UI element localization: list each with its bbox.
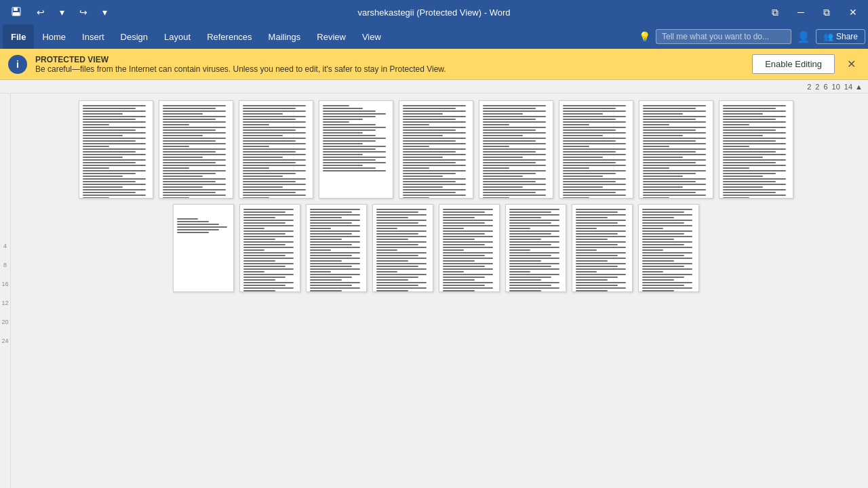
page-thumb-1[interactable] <box>79 100 153 199</box>
protected-view-title: PROTECTED VIEW <box>35 55 744 64</box>
search-input[interactable] <box>656 29 791 44</box>
svg-rect-2 <box>13 12 20 16</box>
share-label: Share <box>836 32 858 41</box>
ruler-numbers: 2 2 6 10 14 ▲ <box>806 83 863 91</box>
side-ruler-4: 4 <box>3 243 7 249</box>
ribbon-display-button[interactable]: ⧉ <box>766 5 784 20</box>
protected-view-text: PROTECTED VIEW Be careful—files from the… <box>35 55 744 74</box>
page-row-2 <box>173 204 699 292</box>
protected-view-banner: i PROTECTED VIEW Be careful—files from t… <box>0 49 868 80</box>
page-thumb-8[interactable] <box>639 100 713 199</box>
page-thumb-10[interactable] <box>173 204 234 292</box>
undo-button[interactable]: ↩ <box>31 5 50 19</box>
protected-view-message: Be careful—files from the Internet can c… <box>35 64 744 74</box>
title-bar-left: ↩ ▾ ↪ ▾ <box>5 5 113 20</box>
menu-item-mailings[interactable]: Mailings <box>260 24 309 49</box>
ruler-num-4: 10 <box>831 83 842 91</box>
ruler: 2 2 6 10 14 ▲ <box>0 80 868 94</box>
page-thumb-7[interactable] <box>559 100 633 199</box>
content-area: 4 8 16 12 20 24 <box>0 94 868 488</box>
menu-item-insert[interactable]: Insert <box>74 24 113 49</box>
user-icon: 👤 <box>797 30 810 43</box>
ruler-up-button[interactable]: ▲ <box>855 83 863 91</box>
undo-dropdown-button[interactable]: ▾ <box>54 5 70 19</box>
side-ruler: 4 8 16 12 20 24 <box>0 94 11 488</box>
menu-item-home[interactable]: Home <box>34 24 74 49</box>
restore-button[interactable]: ⧉ <box>818 5 835 20</box>
page-thumb-4[interactable] <box>319 100 393 199</box>
document-title: varshekastegii (Protected View) - Word <box>358 7 511 18</box>
page-thumb-11[interactable] <box>239 204 300 292</box>
svg-rect-1 <box>14 7 18 11</box>
page-thumb-17[interactable] <box>638 204 699 292</box>
page-thumb-5[interactable] <box>399 100 473 199</box>
close-button[interactable]: ✕ <box>844 5 863 19</box>
redo-button[interactable]: ↪ <box>74 5 93 19</box>
page-thumb-16[interactable] <box>572 204 633 292</box>
menu-item-view[interactable]: View <box>354 24 389 49</box>
menu-right: 💡 👤 👥 Share <box>639 24 865 49</box>
page-thumb-15[interactable] <box>505 204 566 292</box>
ruler-num-2: 2 <box>814 83 821 91</box>
save-icon <box>11 6 22 17</box>
ruler-num-5: 14 <box>843 83 854 91</box>
share-icon: 👥 <box>823 32 833 41</box>
minimize-button[interactable]: ─ <box>792 5 810 19</box>
title-bar: ↩ ▾ ↪ ▾ varshekastegii (Protected View) … <box>0 0 868 24</box>
protected-view-icon: i <box>8 55 27 74</box>
menu-item-review[interactable]: Review <box>309 24 354 49</box>
page-thumb-6[interactable] <box>479 100 553 199</box>
page-thumb-9[interactable] <box>719 100 793 199</box>
side-ruler-16: 16 <box>1 281 8 287</box>
ruler-num-1: 2 <box>806 83 812 91</box>
page-thumb-2[interactable] <box>159 100 233 199</box>
page-thumb-13[interactable] <box>372 204 433 292</box>
menu-item-references[interactable]: References <box>199 24 260 49</box>
menu-item-design[interactable]: Design <box>113 24 156 49</box>
window-controls: ⧉ ─ ⧉ ✕ <box>766 5 863 20</box>
menu-bar: File Home Insert Design Layout Reference… <box>0 24 868 49</box>
page-thumb-14[interactable] <box>439 204 500 292</box>
side-ruler-8: 8 <box>3 262 7 268</box>
page-thumb-3[interactable] <box>239 100 313 199</box>
customize-qat-button[interactable]: ▾ <box>97 5 113 19</box>
side-ruler-12: 12 <box>1 300 8 306</box>
ruler-num-3: 6 <box>822 83 829 91</box>
side-ruler-24: 24 <box>1 338 8 344</box>
menu-item-file[interactable]: File <box>3 24 34 49</box>
share-button[interactable]: 👥 Share <box>816 29 865 44</box>
document-area[interactable] <box>11 94 868 488</box>
save-button[interactable] <box>5 5 27 20</box>
enable-editing-button[interactable]: Enable Editing <box>752 54 835 74</box>
menu-item-layout[interactable]: Layout <box>156 24 199 49</box>
side-ruler-20: 20 <box>1 319 8 325</box>
page-row-1 <box>79 100 793 199</box>
close-banner-button[interactable]: ✕ <box>843 55 860 73</box>
lightbulb-icon: 💡 <box>639 31 650 42</box>
page-thumb-12[interactable] <box>306 204 367 292</box>
